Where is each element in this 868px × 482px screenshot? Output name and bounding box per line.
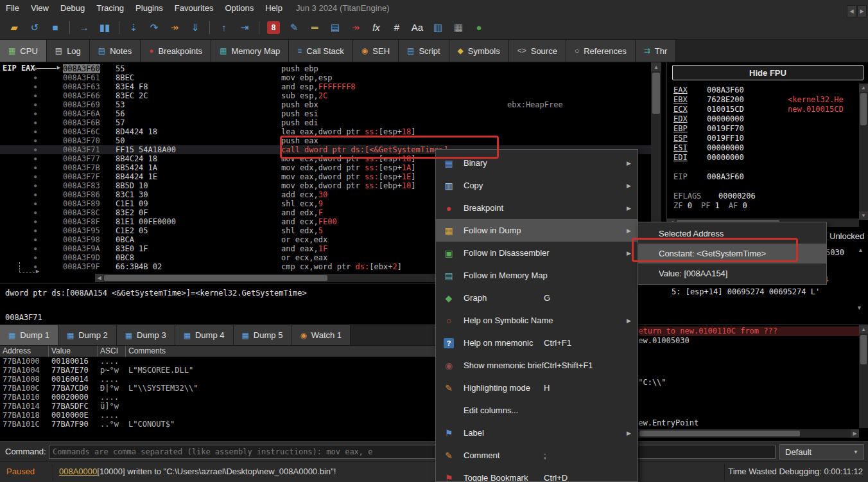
- assemble-text-icon[interactable]: Aa: [409, 19, 426, 36]
- tab-cpu[interactable]: ▦CPU: [0, 40, 47, 62]
- register-value[interactable]: 0019FF70: [707, 124, 744, 133]
- context-menu-item-help-on-mnemonic[interactable]: ?Help on mnemonicCtrl+F1: [436, 332, 638, 354]
- command-input[interactable]: [49, 445, 776, 459]
- breakpoint-dot[interactable]: ●: [31, 253, 40, 262]
- menubar-item-tracing[interactable]: Tracing: [91, 0, 130, 15]
- tab-call-stack[interactable]: ≡Call Stack: [289, 40, 353, 62]
- breakpoint-dot[interactable]: ●: [31, 82, 40, 91]
- stack-vscroll-thumb[interactable]: [860, 335, 867, 364]
- tab-seh[interactable]: ◉SEH: [353, 40, 399, 62]
- register-value[interactable]: 00000000: [707, 143, 744, 152]
- args-scroll-up-icon[interactable]: ▲: [858, 247, 864, 253]
- hide-fpu-button[interactable]: Hide FPU: [672, 65, 864, 80]
- breakpoint-dot[interactable]: ●: [31, 64, 40, 73]
- registers-vscroll-thumb[interactable]: [860, 93, 867, 125]
- breakpoint-dot[interactable]: ●: [31, 91, 40, 100]
- dump-tab-dump-1[interactable]: ▦Dump 1: [0, 325, 58, 345]
- disasm-scroll-up-icon[interactable]: ▲: [651, 62, 661, 71]
- dump-column-header-asci[interactable]: ASCI: [98, 346, 126, 357]
- status-message-address-link[interactable]: 008A0000: [59, 467, 97, 476]
- menubar-item-help[interactable]: Help: [259, 0, 288, 15]
- stack-scroll-up-icon[interactable]: ▲: [859, 325, 868, 334]
- step-down-icon[interactable]: ⇓: [187, 19, 204, 36]
- functions-icon[interactable]: fx: [368, 19, 385, 36]
- step-into-icon[interactable]: ⇣: [125, 19, 142, 36]
- disassembly-row[interactable]: ●008A3F6C8D4424 18lea eax,dword ptr ss:[…: [0, 127, 651, 136]
- patches-icon[interactable]: ═: [306, 19, 323, 36]
- menubar-item-view[interactable]: View: [25, 0, 55, 15]
- tab-breakpoints[interactable]: ●Breakpoints: [141, 40, 211, 62]
- run-icon[interactable]: →: [76, 19, 92, 36]
- context-menu-item-follow-in-dump[interactable]: ▦Follow in Dump▶: [436, 219, 638, 242]
- register-value[interactable]: 008A3F60: [707, 172, 744, 181]
- breakpoint-dot[interactable]: ●: [31, 190, 40, 199]
- context-menu-item-show-mnemonic-brief[interactable]: ◉Show mnemonic briefCtrl+Shift+F1: [436, 354, 638, 377]
- disassembly-row[interactable]: ●008A3F7050push eax: [0, 136, 651, 145]
- register-value[interactable]: 010015CD: [707, 105, 744, 114]
- breakpoint-dot[interactable]: ●: [31, 73, 40, 82]
- modules-icon[interactable]: ▥: [430, 19, 446, 36]
- registers-scroll-up-icon[interactable]: ▲: [859, 84, 868, 92]
- tab-source[interactable]: <>Source: [509, 40, 566, 62]
- disassembly-row[interactable]: ●008A3F6953push ebxebx:HeapFree: [0, 100, 651, 109]
- tab-log[interactable]: ▤Log: [47, 40, 90, 62]
- stack-line[interactable]: new.EntryPoint: [638, 418, 860, 428]
- disassembly-row[interactable]: ●008A3F6383E4 F8and esp,FFFFFFF8: [0, 82, 651, 91]
- submenu-item-selected-address[interactable]: Selected Address: [638, 224, 826, 244]
- tab-scroll-left[interactable]: ◀: [847, 5, 856, 17]
- disassembly-row[interactable]: ●008A3F6B57push edi: [0, 118, 651, 127]
- register-value[interactable]: 008A3F60: [707, 85, 744, 94]
- tab-memory-map[interactable]: ▦Memory Map: [211, 40, 289, 62]
- breakpoint-dot[interactable]: ●: [31, 235, 40, 244]
- flag-af[interactable]: AF 0: [729, 201, 747, 210]
- context-menu-item-help-on-symbolic-name[interactable]: ○Help on Symbolic Name▶: [436, 309, 638, 332]
- register-value[interactable]: 7628E200: [707, 95, 744, 104]
- profile-dropdown[interactable]: Default ▼: [779, 444, 864, 460]
- submenu-item-value-008aa154[interactable]: Value: [008AA154]: [638, 263, 826, 283]
- context-menu-item-highlighting-mode[interactable]: ✎Highlighting modeH: [436, 377, 638, 399]
- menubar-item-file[interactable]: File: [0, 0, 25, 15]
- breakpoint-dot[interactable]: ●: [31, 127, 40, 136]
- tab-scroll-right[interactable]: ▶: [857, 5, 867, 17]
- breakpoint-dot[interactable]: ●: [31, 154, 40, 163]
- trace-icon[interactable]: ↠: [347, 19, 364, 36]
- breakpoint-dot[interactable]: ●: [31, 181, 40, 190]
- menubar-item-plugins[interactable]: Plugins: [130, 0, 169, 15]
- unlocked-label[interactable]: Unlocked: [829, 231, 864, 241]
- breakpoint-dot[interactable]: ●: [31, 163, 40, 172]
- dump-column-header-address[interactable]: Address: [0, 346, 49, 357]
- flag-pf[interactable]: PF 1: [701, 201, 720, 210]
- dump-column-header-value[interactable]: Value: [49, 346, 98, 357]
- context-menu-item-edit-columns[interactable]: Edit columns...: [436, 399, 638, 422]
- stack-line[interactable]: return to new.0100110C from ???: [638, 326, 860, 336]
- breakpoint-dot[interactable]: ●: [31, 145, 40, 154]
- register-value[interactable]: 00000000: [707, 153, 744, 162]
- stack-line[interactable]: new.01005030: [638, 336, 860, 346]
- register-value[interactable]: 0019FF10: [707, 134, 744, 143]
- disassembly-row[interactable]: ●008A3F618BECmov ebp,esp: [0, 73, 651, 82]
- menubar-item-options[interactable]: Options: [219, 0, 259, 15]
- context-menu-item-binary[interactable]: ▦Binary▶: [436, 152, 638, 174]
- disassembly-row[interactable]: ●008A3F6055push ebp: [0, 64, 651, 73]
- tab-references[interactable]: ○References: [566, 40, 636, 62]
- context-menu-item-breakpoint[interactable]: ●Breakpoint▶: [436, 197, 638, 219]
- run-to-user-code-icon[interactable]: ⇥: [236, 19, 253, 36]
- pause-icon[interactable]: ▮▮: [96, 19, 113, 36]
- dump-tab-dump-5[interactable]: ▦Dump 5: [234, 325, 292, 345]
- register-value[interactable]: 00000206: [718, 192, 756, 201]
- memory-icon[interactable]: ▦: [450, 19, 467, 36]
- breakpoint-dot[interactable]: ●: [31, 172, 40, 181]
- context-menu-item-label[interactable]: ⚑Label▶: [436, 422, 638, 444]
- registers-scroll-down-icon[interactable]: ▼: [859, 211, 868, 220]
- settings-icon[interactable]: ●: [471, 19, 487, 36]
- hash-icon[interactable]: #: [388, 19, 405, 36]
- disasm-scroll-left-icon[interactable]: ◀: [95, 274, 103, 282]
- comments-icon[interactable]: ▤: [327, 19, 343, 36]
- animate-into-icon[interactable]: ↠: [166, 19, 183, 36]
- breakpoint-dot[interactable]: ●: [31, 109, 40, 118]
- context-menu-item-follow-in-disassembler[interactable]: ▣Follow in Disassembler▶: [436, 242, 638, 264]
- context-menu-item-graph[interactable]: ◆GraphG: [436, 287, 638, 309]
- restart-icon[interactable]: ↺: [26, 19, 43, 36]
- disasm-vscroll-thumb[interactable]: [652, 73, 660, 114]
- breakpoint-dot[interactable]: ●: [31, 217, 40, 226]
